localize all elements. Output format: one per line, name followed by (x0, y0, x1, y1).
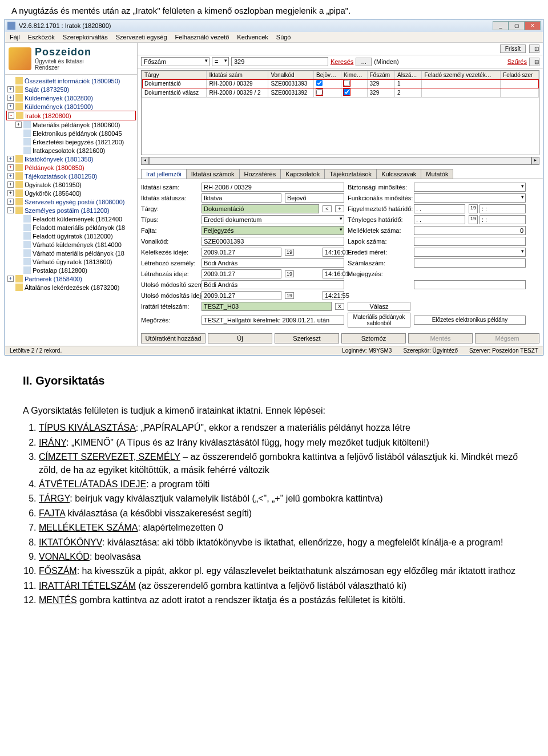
minimize-button[interactable]: _ (493, 21, 509, 30)
tab[interactable]: Hozzáférés (239, 169, 281, 179)
tree-item[interactable]: +Küldemények (1802800) (6, 94, 136, 102)
menu-item[interactable]: Szervezeti egység (116, 34, 167, 41)
filter-icon[interactable]: ⊟ (529, 58, 539, 66)
fld-kel-d[interactable]: 2009.01.27 (202, 248, 281, 257)
fld-iktatasi-szam[interactable]: RH-2008 / 00329 (202, 183, 344, 192)
fld-fajta[interactable]: Feljegyzés (202, 226, 344, 235)
fld-modosito[interactable]: Bódi András (202, 280, 344, 289)
search-field-select[interactable]: Főszám (141, 57, 209, 66)
col-header[interactable]: Feladó személy vezeték… (422, 71, 501, 79)
fld-targy[interactable]: Dokumentáció (202, 204, 319, 213)
tab[interactable]: Kulcsszavak (376, 169, 421, 179)
tab[interactable]: Irat jellemzői (141, 169, 187, 179)
expand-icon[interactable]: + (7, 86, 14, 92)
tree-item[interactable]: -Személyes postáim (1811200) (6, 206, 136, 215)
tree-item[interactable]: -Iratok (1820800) (6, 111, 136, 120)
expand-icon[interactable]: + (7, 190, 14, 196)
row-checkbox[interactable] (316, 89, 323, 95)
expand-icon[interactable] (15, 224, 22, 231)
tree-item[interactable]: Általános lekérdezések (1873200) (6, 283, 136, 292)
row-checkbox[interactable] (316, 80, 323, 86)
tab[interactable]: Mutatók (421, 169, 453, 179)
tab[interactable]: Kapcsolatok (280, 169, 325, 179)
expand-icon[interactable] (15, 139, 22, 145)
tree-item[interactable]: +Iktatókönyvek (1801350) (6, 155, 136, 163)
options-icon[interactable]: ⊡ (529, 45, 539, 53)
fld-mod-t[interactable]: 14:21:55 (323, 291, 344, 300)
fld-kel-t[interactable]: 14:16:01 (323, 248, 344, 257)
row-checkbox[interactable] (344, 89, 350, 95)
tree-item[interactable]: +Materiális példányok (1800600) (6, 120, 136, 129)
tree-item[interactable]: Feladott materiális példányok (18 (6, 223, 136, 232)
col-header[interactable]: Tárgy (142, 71, 207, 79)
tree-item[interactable]: Várható ügyiratok (1813600) (6, 257, 136, 266)
table-row[interactable]: Dokumentáció válaszRH-2008 / 00329 / 2SZ… (142, 88, 539, 98)
expand-icon[interactable] (15, 258, 22, 265)
tree-item[interactable]: Összesített információk (1800950) (6, 76, 136, 85)
expand-icon[interactable] (7, 78, 14, 84)
btn-targy-plus[interactable]: + (335, 205, 344, 212)
fld-letrehozo[interactable]: Bódi András (202, 258, 344, 268)
col-header[interactable]: Feladó szer (501, 71, 539, 79)
menu-item[interactable]: Fájl (10, 34, 20, 41)
refresh-button[interactable]: Frissít (500, 45, 526, 53)
fld-funkcionalis[interactable] (414, 193, 526, 203)
expand-icon[interactable]: - (7, 207, 14, 213)
expand-icon[interactable] (7, 284, 14, 290)
menu-item[interactable]: Eszközök (28, 34, 55, 41)
tree-item[interactable]: Érkeztetési bejegyzés (1821200) (6, 138, 136, 146)
tree-item[interactable]: +Szervezeti egység postái (1808000) (6, 197, 136, 206)
fld-eredeti[interactable] (414, 248, 526, 257)
fld-figy-t[interactable]: : : (480, 204, 526, 213)
menu-item[interactable]: Súgó (276, 34, 291, 41)
action-button[interactable]: Szerkeszt (275, 333, 339, 343)
fld-szamlaszam[interactable] (414, 258, 526, 268)
col-header[interactable]: Főszám (367, 71, 395, 79)
btn-elozetes[interactable]: Előzetes elektronikus példány (414, 316, 526, 325)
tree-item[interactable]: Várható küldemények (1814000 (6, 240, 136, 249)
fld-figy-d[interactable]: . . (414, 204, 465, 213)
search-go-link[interactable]: Keresés (331, 58, 353, 65)
scroll-left-icon[interactable]: ◂ (141, 157, 149, 165)
expand-icon[interactable] (15, 147, 22, 153)
table-row[interactable]: DokumentációRH-2008 / 00329SZE0003139332… (142, 79, 539, 88)
fld-status1[interactable]: Iktatva (202, 193, 281, 203)
expand-icon[interactable] (15, 241, 22, 248)
menu-item[interactable]: Szerepkörváltás (63, 34, 108, 41)
col-header[interactable]: Vonalkód (268, 71, 314, 79)
col-header[interactable]: Kime… (341, 71, 367, 79)
fld-lapok[interactable] (414, 237, 526, 246)
expand-icon[interactable] (15, 267, 22, 273)
expand-icon[interactable] (15, 130, 22, 136)
expand-icon[interactable]: + (7, 199, 14, 205)
fld-biztonsagi[interactable] (414, 183, 526, 192)
expand-icon[interactable]: + (7, 173, 14, 179)
tree-item[interactable]: +Saját (1873250) (6, 85, 136, 94)
cal-icon4[interactable]: 19 (285, 270, 294, 277)
cal-icon[interactable]: 19 (469, 204, 478, 213)
scroll-right-icon[interactable]: ▸ (531, 157, 539, 165)
cal-icon5[interactable]: 19 (285, 292, 294, 299)
tree-item[interactable]: Feladott ügyiratok (1812000) (6, 232, 136, 240)
cal-icon2[interactable]: 19 (469, 215, 478, 224)
search-more-button[interactable]: … (356, 58, 372, 66)
tree-item[interactable]: Iratkapcsolatok (1821600) (6, 146, 136, 155)
expand-icon[interactable]: + (7, 95, 14, 101)
fld-vonalkod[interactable]: SZE00031393 (202, 237, 344, 246)
fld-mellekletek[interactable]: 0 (414, 226, 526, 235)
action-button[interactable]: Sztornóz (341, 333, 406, 343)
col-header[interactable]: Iktatási szám (207, 71, 268, 79)
btn-valasz[interactable]: Válasz (348, 302, 410, 311)
expand-icon[interactable] (15, 216, 22, 222)
menu-item[interactable]: Felhasználó vezető (175, 34, 229, 41)
tab[interactable]: Tájékoztatások (324, 169, 377, 179)
close-button[interactable]: ✕ (525, 21, 541, 30)
expand-icon[interactable]: + (7, 156, 14, 162)
cal-icon3[interactable]: 19 (285, 249, 294, 256)
expand-icon[interactable]: - (8, 112, 14, 119)
fld-megorzes[interactable]: TESZT_Hallgatói kérelmek: 2009.01.21. ut… (202, 316, 344, 325)
tree-item[interactable]: Postalap (1812800) (6, 266, 136, 274)
tab[interactable]: Iktatási számok (186, 169, 240, 179)
fld-teny-t[interactable]: : : (480, 215, 526, 224)
menu-item[interactable]: Kedvencek (237, 34, 268, 41)
